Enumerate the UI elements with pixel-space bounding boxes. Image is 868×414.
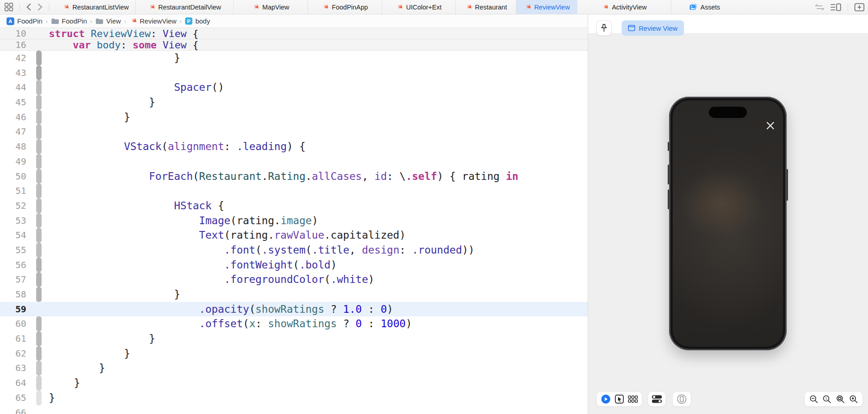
tab-uicolor-ext[interactable]: UIColor+Ext [382,0,456,14]
device-settings-button[interactable] [648,391,666,407]
code-line[interactable]: 65} [0,390,588,405]
line-number[interactable]: 58 [0,287,29,302]
tab-restaurantdetailview[interactable]: RestaurantDetailView [136,0,234,14]
fold-ribbon[interactable] [36,139,42,154]
fold-ribbon[interactable] [36,376,42,390]
code-line[interactable]: 45 } [0,95,588,110]
code-text[interactable]: Text(rating.rawValue.capitalized) [49,228,406,243]
code-line[interactable]: 42 } [0,51,588,66]
fold-ribbon[interactable] [36,110,42,125]
code-line[interactable]: 66 [0,405,588,414]
fold-ribbon[interactable] [36,258,42,273]
line-number[interactable]: 45 [0,95,29,110]
code-text[interactable]: var body: some View { [49,39,198,50]
fold-ribbon[interactable] [36,361,42,376]
fold-ribbon[interactable] [36,405,42,414]
code-line[interactable]: 56 .fontWeight(.bold) [0,258,588,273]
breadcrumb-item-project[interactable]: A FoodPin [6,17,42,25]
breadcrumb-item-folder[interactable]: FoodPin [51,17,87,25]
compare-arrows-icon[interactable] [815,4,824,11]
line-number[interactable]: 61 [0,331,29,346]
line-number[interactable]: 66 [0,405,29,414]
fold-ribbon[interactable] [36,95,42,110]
code-text[interactable]: } [49,376,80,390]
code-line[interactable]: 52 HStack { [0,198,588,213]
fold-ribbon[interactable] [36,316,42,331]
zoom-100-button[interactable]: 1 [822,395,831,404]
line-number[interactable]: 49 [0,154,29,169]
tab-reviewview-active[interactable]: ReviewView [516,0,577,14]
line-number[interactable]: 43 [0,66,29,80]
variants-mode-button[interactable] [628,395,638,403]
zoom-fit-button[interactable] [836,395,845,404]
fold-ribbon[interactable] [36,66,42,80]
code-text[interactable]: VStack(alignment: .leading) { [49,139,306,154]
code-text[interactable]: .fontWeight(.bold) [49,258,337,273]
pin-preview-button[interactable] [596,20,612,36]
code-line[interactable]: 55 .font(.system(.title, design: .rounde… [0,243,588,258]
editor-options-icon[interactable] [830,3,841,11]
fold-ribbon[interactable] [36,272,42,287]
breadcrumb-item-file[interactable]: ReviewView [129,17,176,25]
fold-ribbon[interactable] [36,169,42,184]
fold-ribbon[interactable] [36,228,42,243]
line-number[interactable]: 63 [0,361,29,376]
code-line[interactable]: 43 [0,66,588,80]
code-line[interactable]: 60 .offset(x: showRatings ? 0 : 1000) [0,316,588,331]
line-number[interactable]: 55 [0,243,29,258]
code-line[interactable]: 63 } [0,361,588,376]
line-number[interactable]: 10 [0,28,29,39]
tab-foodpinapp[interactable]: FoodPinApp [308,0,382,14]
code-text[interactable]: } [49,287,180,302]
fold-ribbon[interactable] [36,124,42,139]
forward-button[interactable] [38,3,42,11]
line-number[interactable]: 53 [0,213,29,228]
code-line[interactable]: 50 ForEach(Restaurant.Rating.allCases, i… [0,169,588,184]
fold-ribbon[interactable] [36,346,42,361]
code-line[interactable]: 59 .opacity(showRatings ? 1.0 : 0) [0,302,588,317]
tab-activityview[interactable]: ActivityView [577,0,671,14]
code-text[interactable]: } [49,95,155,110]
fold-ribbon[interactable] [36,183,42,198]
fold-ribbon[interactable] [36,331,42,346]
code-line[interactable]: 57 .foregroundColor(.white) [0,272,588,287]
tab-assets[interactable]: Assets [671,0,738,14]
breadcrumb-item-symbol[interactable]: P body [185,17,210,25]
breadcrumb-item-folder[interactable]: View [95,17,121,25]
line-number[interactable]: 51 [0,183,29,198]
line-number[interactable]: 57 [0,272,29,287]
code-text[interactable]: Image(rating.image) [49,213,318,228]
code-text[interactable]: } [49,110,130,125]
tab-restaurantlistview[interactable]: RestaurantListView [56,0,136,14]
fold-ribbon[interactable] [36,51,42,66]
line-number[interactable]: 48 [0,139,29,154]
line-number[interactable]: 52 [0,198,29,213]
code-text[interactable]: ForEach(Restaurant.Rating.allCases, id: … [49,169,519,184]
code-line[interactable]: 48 VStack(alignment: .leading) { [0,139,588,154]
close-icon[interactable] [765,120,776,131]
code-line[interactable]: 58 } [0,287,588,302]
tab-restaurant[interactable]: Restaurant [456,0,516,14]
line-number[interactable]: 56 [0,258,29,273]
code-line[interactable]: 47 [0,124,588,139]
line-number[interactable]: 44 [0,80,29,95]
line-number[interactable]: 59 [0,302,29,317]
code-line[interactable]: 51 [0,183,588,198]
fold-ribbon[interactable] [36,287,42,302]
zoom-out-button[interactable] [809,395,818,404]
code-text[interactable]: } [49,346,130,361]
device-bezels-button[interactable] [672,391,691,407]
line-number[interactable]: 64 [0,376,29,390]
code-text[interactable]: .offset(x: showRatings ? 0 : 1000) [49,316,412,331]
code-text[interactable]: } [49,331,155,346]
fold-ribbon[interactable] [36,213,42,228]
code-line[interactable]: 10struct ReviewView: View { [0,28,588,39]
code-line[interactable]: 16 var body: some View { [0,39,588,51]
code-text[interactable]: Spacer() [49,80,224,95]
code-text[interactable]: } [49,390,55,405]
fold-ribbon[interactable] [36,198,42,213]
fold-ribbon[interactable] [36,302,42,317]
add-editor-icon[interactable] [854,3,864,11]
line-number[interactable]: 62 [0,346,29,361]
line-number[interactable]: 50 [0,169,29,184]
